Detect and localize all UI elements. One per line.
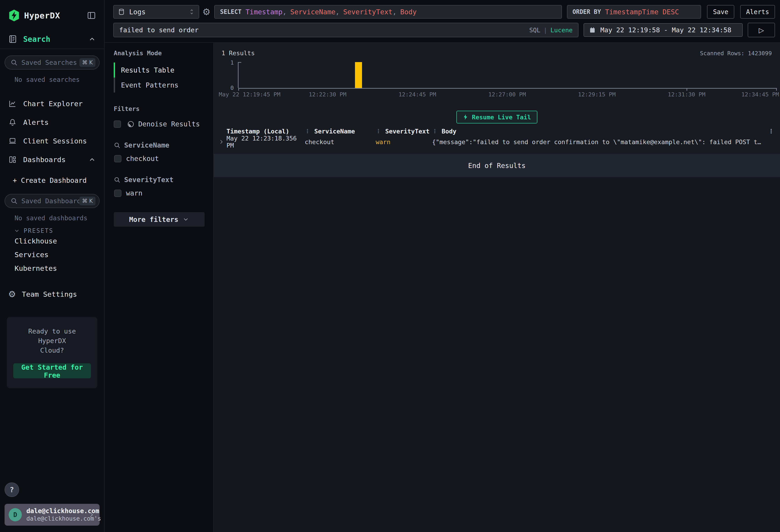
filter-option-label: checkout xyxy=(126,155,159,162)
table-row[interactable]: May 22 12:23:18.356 PM checkout warn {"m… xyxy=(214,137,780,147)
cloud-promo-line1: Ready to use HyperDX xyxy=(13,327,91,346)
resume-live-tail-button[interactable]: Resume Live Tail xyxy=(456,111,537,124)
filters-panel: Analysis Mode Results Table Event Patter… xyxy=(105,43,214,532)
select-query-input[interactable]: SELECT Timestamp, ServiceName, SeverityT… xyxy=(214,5,562,19)
filter-option-warn[interactable]: warn xyxy=(114,189,205,197)
alerts-button[interactable]: Alerts xyxy=(740,5,775,19)
x-axis-label: 12:24:45 PM xyxy=(398,91,436,98)
filter-checkbox[interactable] xyxy=(114,155,121,162)
analysis-mode-heading: Analysis Mode xyxy=(114,50,205,57)
histogram-bar[interactable] xyxy=(355,62,362,88)
preset-label: Clickhouse xyxy=(14,237,57,245)
cell-body-text: {"message":"failed to send order confirm… xyxy=(432,139,764,146)
sidebar-collapse-icon[interactable] xyxy=(87,11,96,20)
mode-results-table[interactable]: Results Table xyxy=(114,62,205,78)
filter-option-label: warn xyxy=(126,189,142,197)
filter-option-checkout[interactable]: checkout xyxy=(114,155,205,162)
more-filters-button[interactable]: More filters xyxy=(114,212,205,227)
sidebar-item-alerts[interactable]: Alerts xyxy=(0,113,104,132)
filter-group-servicename: ServiceName checkout xyxy=(114,141,205,162)
preset-item-kubernetes[interactable]: Kubernetes xyxy=(0,261,104,275)
sidebar-item-dashboards[interactable]: Dashboards xyxy=(0,150,104,169)
content-area: Analysis Mode Results Table Event Patter… xyxy=(105,42,780,532)
sidebar: HyperDX Search ⌘ K No saved searches xyxy=(0,0,105,532)
histogram-plot[interactable]: 1 0 xyxy=(238,62,776,88)
sidebar-item-search[interactable]: Search xyxy=(0,30,104,49)
preset-label: Services xyxy=(14,250,48,259)
filter-checkbox[interactable] xyxy=(114,190,121,197)
x-axis-label: 12:22:30 PM xyxy=(309,91,347,98)
source-settings-gear-icon[interactable]: ⚙ xyxy=(202,7,210,17)
user-menu[interactable]: D dale@clickhouse.com dale@clickhouse.co… xyxy=(5,504,100,526)
gear-icon: ⚙ xyxy=(8,289,16,299)
help-button[interactable]: ? xyxy=(5,482,19,497)
language-divider: | xyxy=(543,27,547,34)
saved-dashboards-input[interactable] xyxy=(21,197,79,205)
run-query-button[interactable]: ▷ xyxy=(748,23,775,37)
column-header-servicename[interactable]: ⋮ServiceName xyxy=(305,128,376,135)
source-select[interactable]: Logs xyxy=(113,5,199,19)
column-resize-handle[interactable]: ⋮ xyxy=(376,128,381,134)
search-icon xyxy=(10,197,18,205)
denoise-results-option[interactable]: Denoise Results xyxy=(114,120,205,128)
comma: , xyxy=(335,8,340,16)
filter-group-header[interactable]: SeverityText xyxy=(114,176,205,184)
column-label: Timestamp (Local) xyxy=(227,128,289,135)
filter-group-header[interactable]: ServiceName xyxy=(114,141,205,149)
sidebar-item-client-sessions[interactable]: Client Sessions xyxy=(0,132,104,150)
cell-servicename: checkout xyxy=(305,139,376,146)
chevron-down-icon xyxy=(14,228,20,234)
x-axis-label: May 22 12:19:45 PM xyxy=(219,91,280,98)
calendar-icon xyxy=(589,27,596,34)
column-label: SeverityText xyxy=(385,128,430,135)
search-icon xyxy=(114,142,120,149)
source-select-value: Logs xyxy=(129,8,146,16)
analysis-mode-list: Results Table Event Patterns xyxy=(114,62,205,93)
denoise-checkbox[interactable] xyxy=(114,120,121,128)
get-started-button[interactable]: Get Started for Free xyxy=(13,363,91,378)
row-expander-icon[interactable] xyxy=(218,139,227,145)
chevron-up-icon[interactable] xyxy=(88,35,96,43)
sidebar-item-label: Chart Explorer xyxy=(23,100,83,108)
denoise-icon xyxy=(127,120,135,128)
language-sql-toggle[interactable]: SQL xyxy=(529,27,540,34)
query-field: Timestamp xyxy=(246,8,283,16)
x-axis-label: 12:29:15 PM xyxy=(578,91,616,98)
bell-icon xyxy=(8,118,17,127)
save-button[interactable]: Save xyxy=(707,5,734,19)
y-axis-label: 0 xyxy=(230,85,234,91)
preset-item-clickhouse[interactable]: Clickhouse xyxy=(0,234,104,248)
chevron-down-icon xyxy=(182,216,189,223)
mode-event-patterns[interactable]: Event Patterns xyxy=(114,78,205,93)
time-range-picker[interactable]: May 22 12:19:58 - May 22 12:34:58 xyxy=(584,23,743,37)
presets-toggle[interactable]: PRESETS xyxy=(14,227,104,234)
column-header-body[interactable]: ⋮Body xyxy=(432,128,764,135)
results-table: Timestamp (Local) ⋮ServiceName ⋮Severity… xyxy=(214,126,780,147)
app-title: HyperDX xyxy=(24,11,60,20)
language-lucene-toggle[interactable]: Lucene xyxy=(550,27,573,34)
column-header-timestamp[interactable]: Timestamp (Local) xyxy=(227,128,305,135)
comma: , xyxy=(392,8,397,16)
column-resize-handle[interactable]: ⋮ xyxy=(305,128,310,134)
column-header-severitytext[interactable]: ⋮SeverityText xyxy=(376,128,432,135)
sidebar-item-team-settings[interactable]: ⚙ Team Settings xyxy=(0,286,104,302)
create-dashboard-button[interactable]: + Create Dashboard xyxy=(0,173,104,188)
saved-searches-input[interactable] xyxy=(21,59,79,66)
sidebar-item-chart-explorer[interactable]: Chart Explorer xyxy=(0,94,104,113)
x-axis-label: 12:27:00 PM xyxy=(488,91,526,98)
chevron-right-icon xyxy=(87,511,95,519)
sidebar-item-label: Dashboards xyxy=(23,155,66,164)
search-icon xyxy=(114,177,120,183)
end-of-results: End of Results xyxy=(214,154,780,177)
column-resize-handle[interactable]: ⋮ xyxy=(432,128,438,134)
mode-label: Results Table xyxy=(121,66,175,74)
table-options-kebab-icon[interactable]: ⋮ xyxy=(764,128,774,135)
chevron-up-icon[interactable] xyxy=(88,156,96,163)
query-field: SeverityText xyxy=(343,8,392,16)
order-by-input[interactable]: ORDER BY TimestampTime DESC xyxy=(567,5,701,19)
search-query-input[interactable] xyxy=(119,26,526,34)
preset-item-services[interactable]: Services xyxy=(0,248,104,261)
comma: , xyxy=(283,8,287,16)
more-filters-label: More filters xyxy=(129,215,179,224)
topbar-row-query: Logs ⚙ SELECT Timestamp, ServiceName, Se… xyxy=(113,5,775,19)
